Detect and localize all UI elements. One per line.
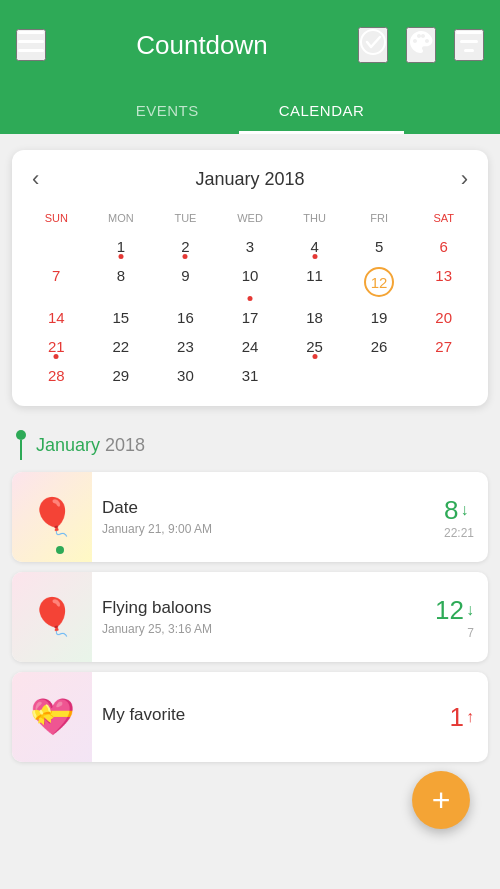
event-date: January 21, 9:00 AM [102,522,420,536]
svg-rect-0 [18,31,44,34]
day-number: 9 [181,267,189,284]
day-number: 26 [371,338,388,355]
svg-rect-2 [18,49,44,52]
event-count-number: 8↓ [444,495,474,526]
month-line [16,430,26,460]
calendar-cell[interactable]: 14 [24,303,89,332]
calendar-prev-button[interactable]: ‹ [24,166,47,192]
event-content: Date January 21, 9:00 AM [92,488,430,546]
cal-day-header: THU [282,208,347,232]
check-icon[interactable] [358,27,388,63]
event-item[interactable]: 🎈 Flying baloons January 25, 3:16 AM 12↓… [12,572,488,662]
calendar-week: 14151617181920 [24,303,476,332]
calendar-cell[interactable]: 4 [282,232,347,261]
event-content: My favorite [92,695,436,739]
calendar-header: ‹ January 2018 › [24,166,476,192]
day-number: 29 [113,367,130,384]
calendar-cell[interactable]: 10 [218,261,283,303]
calendar-cell[interactable]: 19 [347,303,412,332]
day-number: 14 [48,309,65,326]
event-dot [312,254,317,259]
calendar-cell[interactable]: 31 [218,361,283,390]
event-item[interactable]: 🎈 Date January 21, 9:00 AM 8↓ 22:21 [12,472,488,562]
day-number: 23 [177,338,194,355]
palette-icon[interactable] [406,27,436,63]
day-number: 13 [435,267,452,284]
calendar-cell[interactable]: 11 [282,261,347,303]
calendar-next-button[interactable]: › [453,166,476,192]
header: Countdown [0,0,500,90]
calendar-week: 28293031 [24,361,476,390]
day-number: 28 [48,367,65,384]
calendar-cell[interactable]: 29 [89,361,154,390]
calendar-cell[interactable]: 21 [24,332,89,361]
calendar-cell [411,361,476,390]
tab-calendar[interactable]: CALENDAR [239,90,405,134]
month-vline [20,440,22,460]
events-month-header: January 2018 [12,430,488,460]
month-name: January [36,435,100,455]
add-event-fab[interactable]: + [412,771,470,829]
calendar-cell[interactable]: 15 [89,303,154,332]
day-number: 7 [52,267,60,284]
calendar-cell[interactable]: 13 [411,261,476,303]
calendar-cell[interactable]: 23 [153,332,218,361]
calendar-cell[interactable]: 1 [89,232,154,261]
svg-rect-1 [18,40,44,43]
day-number: 10 [242,267,259,284]
calendar-week: 21222324252627 [24,332,476,361]
calendar-cell[interactable]: 5 [347,232,412,261]
calendar-cell[interactable]: 9 [153,261,218,303]
event-count-number: 12↓ [435,595,474,626]
event-thumbnail: 🎈 [12,472,92,562]
calendar-cell[interactable]: 8 [89,261,154,303]
svg-rect-6 [464,49,474,52]
event-count: 8↓ 22:21 [430,495,488,540]
event-count: 1↑ [436,702,488,733]
event-dot [247,296,252,301]
calendar-cell[interactable]: 30 [153,361,218,390]
calendar-cell[interactable]: 6 [411,232,476,261]
event-count: 12↓ 7 [421,595,488,640]
calendar-cell[interactable]: 17 [218,303,283,332]
day-number: 30 [177,367,194,384]
tab-events[interactable]: EVENTS [96,90,239,134]
event-title: Flying baloons [102,598,411,618]
calendar-cell[interactable]: 24 [218,332,283,361]
day-number: 3 [246,238,254,255]
calendar-cell[interactable]: 20 [411,303,476,332]
day-number: 25 [306,338,323,355]
event-item[interactable]: 💝 My favorite 1↑ [12,672,488,762]
calendar-cell[interactable]: 28 [24,361,89,390]
day-number: 2 [181,238,189,255]
day-number: 15 [113,309,130,326]
calendar-cell[interactable]: 25 [282,332,347,361]
menu-icon[interactable] [16,29,46,61]
calendar-cell[interactable]: 26 [347,332,412,361]
calendar-day-headers: SUNMONTUEWEDTHUFRISAT [24,208,476,232]
tabs-bar: EVENTS CALENDAR [0,90,500,134]
day-number: 11 [306,267,323,284]
day-number: 22 [113,338,130,355]
cal-day-header: SAT [411,208,476,232]
calendar-cell[interactable]: 18 [282,303,347,332]
sort-icon[interactable] [454,29,484,61]
calendar-cell[interactable]: 16 [153,303,218,332]
calendar-cell[interactable]: 2 [153,232,218,261]
calendar-cell[interactable]: 27 [411,332,476,361]
calendar-cell[interactable]: 7 [24,261,89,303]
day-number: 31 [242,367,259,384]
svg-rect-4 [456,31,482,34]
event-thumbnail: 💝 [12,672,92,762]
event-dot [118,254,123,259]
calendar-grid: SUNMONTUEWEDTHUFRISAT 123456789101112131… [24,208,476,390]
calendar-cell[interactable]: 12 [347,261,412,303]
month-year: 2018 [105,435,145,455]
day-number: 21 [48,338,65,355]
calendar-card: ‹ January 2018 › SUNMONTUEWEDTHUFRISAT 1… [12,150,488,406]
calendar-cell[interactable]: 3 [218,232,283,261]
day-number: 19 [371,309,388,326]
svg-rect-5 [460,40,478,43]
calendar-cell[interactable]: 22 [89,332,154,361]
calendar-title: January 2018 [195,169,304,190]
